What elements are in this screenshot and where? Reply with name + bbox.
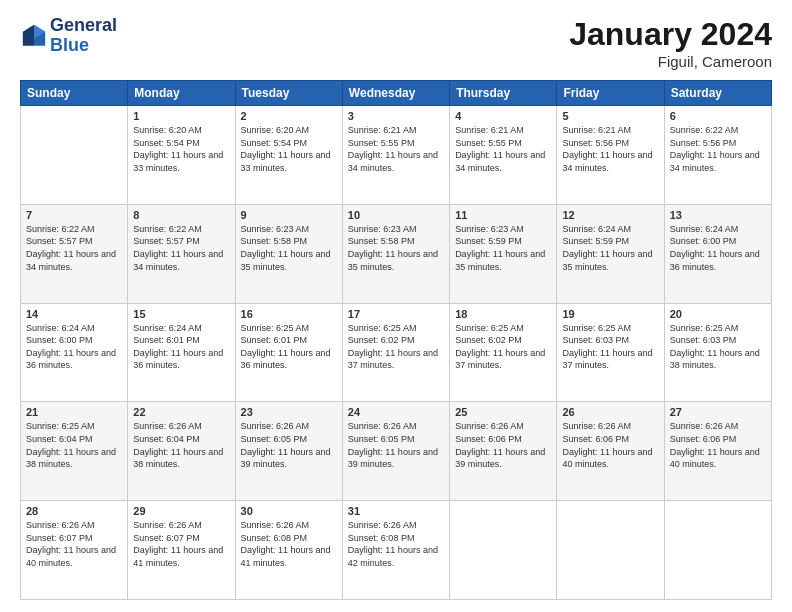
day-info: Sunrise: 6:26 AMSunset: 6:06 PMDaylight:… [455,420,551,470]
day-number: 3 [348,110,444,122]
calendar-cell: 16Sunrise: 6:25 AMSunset: 6:01 PMDayligh… [235,303,342,402]
day-number: 23 [241,406,337,418]
day-info: Sunrise: 6:23 AMSunset: 5:59 PMDaylight:… [455,223,551,273]
day-number: 27 [670,406,766,418]
day-info: Sunrise: 6:21 AMSunset: 5:55 PMDaylight:… [348,124,444,174]
day-number: 26 [562,406,658,418]
calendar-cell: 10Sunrise: 6:23 AMSunset: 5:58 PMDayligh… [342,204,449,303]
calendar-cell [557,501,664,600]
day-info: Sunrise: 6:24 AMSunset: 6:00 PMDaylight:… [26,322,122,372]
calendar-cell [450,501,557,600]
calendar-cell: 27Sunrise: 6:26 AMSunset: 6:06 PMDayligh… [664,402,771,501]
logo-line1: General [50,16,117,36]
day-number: 29 [133,505,229,517]
day-header-wednesday: Wednesday [342,81,449,106]
calendar-cell: 3Sunrise: 6:21 AMSunset: 5:55 PMDaylight… [342,106,449,205]
day-info: Sunrise: 6:26 AMSunset: 6:05 PMDaylight:… [241,420,337,470]
day-info: Sunrise: 6:26 AMSunset: 6:08 PMDaylight:… [241,519,337,569]
calendar-cell: 28Sunrise: 6:26 AMSunset: 6:07 PMDayligh… [21,501,128,600]
day-info: Sunrise: 6:23 AMSunset: 5:58 PMDaylight:… [348,223,444,273]
day-header-thursday: Thursday [450,81,557,106]
day-number: 16 [241,308,337,320]
day-number: 7 [26,209,122,221]
day-info: Sunrise: 6:24 AMSunset: 5:59 PMDaylight:… [562,223,658,273]
calendar-cell: 7Sunrise: 6:22 AMSunset: 5:57 PMDaylight… [21,204,128,303]
header: General Blue January 2024 Figuil, Camero… [20,16,772,70]
calendar-table: SundayMondayTuesdayWednesdayThursdayFrid… [20,80,772,600]
calendar-cell: 23Sunrise: 6:26 AMSunset: 6:05 PMDayligh… [235,402,342,501]
calendar-cell: 17Sunrise: 6:25 AMSunset: 6:02 PMDayligh… [342,303,449,402]
day-number: 13 [670,209,766,221]
calendar-cell: 29Sunrise: 6:26 AMSunset: 6:07 PMDayligh… [128,501,235,600]
day-number: 19 [562,308,658,320]
day-header-saturday: Saturday [664,81,771,106]
calendar-cell: 8Sunrise: 6:22 AMSunset: 5:57 PMDaylight… [128,204,235,303]
day-number: 5 [562,110,658,122]
day-number: 4 [455,110,551,122]
day-info: Sunrise: 6:20 AMSunset: 5:54 PMDaylight:… [241,124,337,174]
day-info: Sunrise: 6:26 AMSunset: 6:04 PMDaylight:… [133,420,229,470]
calendar-cell: 1Sunrise: 6:20 AMSunset: 5:54 PMDaylight… [128,106,235,205]
calendar-cell: 5Sunrise: 6:21 AMSunset: 5:56 PMDaylight… [557,106,664,205]
day-info: Sunrise: 6:24 AMSunset: 6:00 PMDaylight:… [670,223,766,273]
day-number: 11 [455,209,551,221]
day-info: Sunrise: 6:26 AMSunset: 6:07 PMDaylight:… [26,519,122,569]
day-info: Sunrise: 6:22 AMSunset: 5:57 PMDaylight:… [133,223,229,273]
calendar-cell: 12Sunrise: 6:24 AMSunset: 5:59 PMDayligh… [557,204,664,303]
week-row-4: 21Sunrise: 6:25 AMSunset: 6:04 PMDayligh… [21,402,772,501]
week-row-3: 14Sunrise: 6:24 AMSunset: 6:00 PMDayligh… [21,303,772,402]
day-info: Sunrise: 6:24 AMSunset: 6:01 PMDaylight:… [133,322,229,372]
calendar-cell: 21Sunrise: 6:25 AMSunset: 6:04 PMDayligh… [21,402,128,501]
day-info: Sunrise: 6:26 AMSunset: 6:06 PMDaylight:… [670,420,766,470]
day-number: 31 [348,505,444,517]
calendar-cell: 11Sunrise: 6:23 AMSunset: 5:59 PMDayligh… [450,204,557,303]
day-info: Sunrise: 6:25 AMSunset: 6:02 PMDaylight:… [455,322,551,372]
day-info: Sunrise: 6:25 AMSunset: 6:03 PMDaylight:… [562,322,658,372]
day-number: 21 [26,406,122,418]
day-header-friday: Friday [557,81,664,106]
calendar-cell: 30Sunrise: 6:26 AMSunset: 6:08 PMDayligh… [235,501,342,600]
day-number: 22 [133,406,229,418]
day-info: Sunrise: 6:26 AMSunset: 6:06 PMDaylight:… [562,420,658,470]
days-header-row: SundayMondayTuesdayWednesdayThursdayFrid… [21,81,772,106]
subtitle: Figuil, Cameroon [569,53,772,70]
calendar-cell [21,106,128,205]
day-header-tuesday: Tuesday [235,81,342,106]
day-number: 9 [241,209,337,221]
day-number: 14 [26,308,122,320]
day-info: Sunrise: 6:25 AMSunset: 6:04 PMDaylight:… [26,420,122,470]
day-header-monday: Monday [128,81,235,106]
day-info: Sunrise: 6:20 AMSunset: 5:54 PMDaylight:… [133,124,229,174]
calendar-cell: 14Sunrise: 6:24 AMSunset: 6:00 PMDayligh… [21,303,128,402]
day-number: 20 [670,308,766,320]
logo-line2: Blue [50,36,117,56]
day-number: 2 [241,110,337,122]
calendar-cell [664,501,771,600]
week-row-5: 28Sunrise: 6:26 AMSunset: 6:07 PMDayligh… [21,501,772,600]
day-header-sunday: Sunday [21,81,128,106]
day-number: 1 [133,110,229,122]
page: General Blue January 2024 Figuil, Camero… [0,0,792,612]
day-info: Sunrise: 6:21 AMSunset: 5:55 PMDaylight:… [455,124,551,174]
day-number: 24 [348,406,444,418]
calendar-cell: 4Sunrise: 6:21 AMSunset: 5:55 PMDaylight… [450,106,557,205]
day-number: 8 [133,209,229,221]
day-info: Sunrise: 6:21 AMSunset: 5:56 PMDaylight:… [562,124,658,174]
day-number: 6 [670,110,766,122]
day-number: 28 [26,505,122,517]
calendar-cell: 9Sunrise: 6:23 AMSunset: 5:58 PMDaylight… [235,204,342,303]
calendar-cell: 2Sunrise: 6:20 AMSunset: 5:54 PMDaylight… [235,106,342,205]
calendar-cell: 20Sunrise: 6:25 AMSunset: 6:03 PMDayligh… [664,303,771,402]
day-info: Sunrise: 6:23 AMSunset: 5:58 PMDaylight:… [241,223,337,273]
day-number: 30 [241,505,337,517]
calendar-cell: 31Sunrise: 6:26 AMSunset: 6:08 PMDayligh… [342,501,449,600]
logo-text-block: General Blue [50,16,117,56]
day-number: 25 [455,406,551,418]
calendar-cell: 26Sunrise: 6:26 AMSunset: 6:06 PMDayligh… [557,402,664,501]
logo-icon [20,22,48,50]
calendar-cell: 22Sunrise: 6:26 AMSunset: 6:04 PMDayligh… [128,402,235,501]
day-number: 10 [348,209,444,221]
calendar-cell: 13Sunrise: 6:24 AMSunset: 6:00 PMDayligh… [664,204,771,303]
day-info: Sunrise: 6:22 AMSunset: 5:57 PMDaylight:… [26,223,122,273]
calendar-cell: 19Sunrise: 6:25 AMSunset: 6:03 PMDayligh… [557,303,664,402]
